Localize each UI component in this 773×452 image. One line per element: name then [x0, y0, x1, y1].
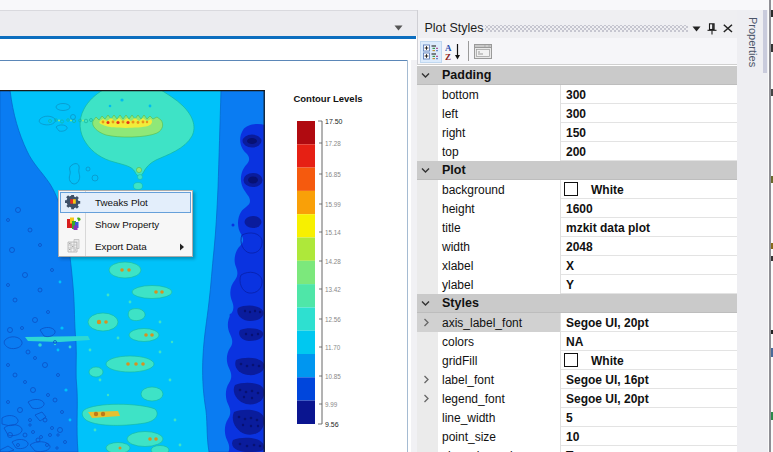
- svg-text:15.14: 15.14: [325, 229, 341, 236]
- svg-text:14.28: 14.28: [325, 258, 341, 265]
- svg-text:9.56: 9.56: [325, 421, 339, 428]
- svg-text:10.85: 10.85: [325, 373, 341, 380]
- svg-text:Z: Z: [445, 52, 451, 61]
- svg-text:9.99: 9.99: [325, 401, 338, 408]
- svg-text:15.99: 15.99: [325, 201, 341, 208]
- svg-text:12.56: 12.56: [325, 316, 341, 323]
- svg-text:16.85: 16.85: [325, 171, 341, 178]
- svg-text:13.42: 13.42: [325, 286, 341, 293]
- svg-text:11.70: 11.70: [325, 344, 341, 351]
- svg-text:17.28: 17.28: [325, 140, 341, 147]
- svg-text:17.50: 17.50: [325, 118, 343, 125]
